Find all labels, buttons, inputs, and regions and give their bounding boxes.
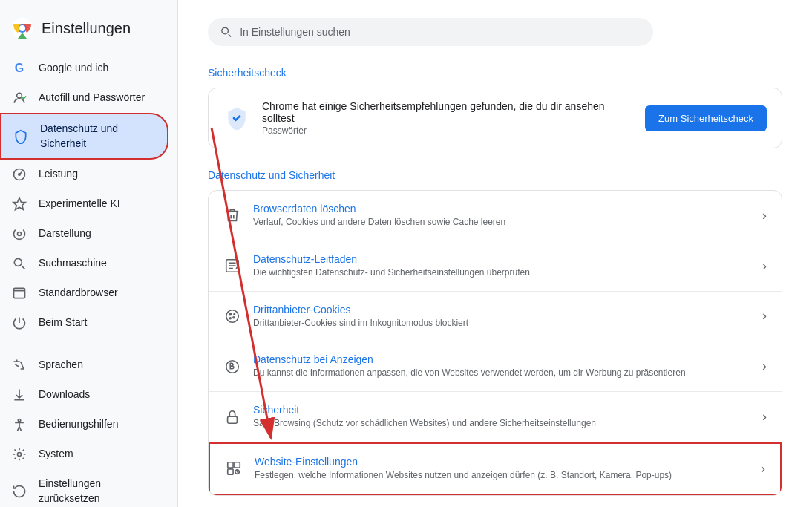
sidebar: Einstellungen G Google und ich Autofill … <box>0 0 178 507</box>
svg-marker-7 <box>13 198 26 210</box>
site-settings-icon <box>225 459 243 477</box>
chevron-right-icon-5: › <box>762 409 767 425</box>
ad-privacy-desc: Du kannst die Informationen anpassen, di… <box>253 367 750 379</box>
search-sidebar-icon <box>12 256 27 271</box>
paint-icon <box>12 226 27 241</box>
gauge-icon <box>12 167 27 182</box>
sidebar-item-autofill[interactable]: Autofill und Passwörter <box>0 83 168 113</box>
main-content: Sicherheitscheck Chrome hat einige Siche… <box>178 0 812 507</box>
svg-rect-28 <box>228 469 233 474</box>
svg-point-9 <box>14 259 22 266</box>
lock-icon <box>223 408 241 426</box>
shield-icon <box>13 129 28 144</box>
sidebar-item-performance[interactable]: Leistung <box>0 160 168 189</box>
sidebar-item-languages[interactable]: Sprachen <box>0 350 168 380</box>
privacy-guide-title: Datenschutz-Leitfaden <box>253 253 750 265</box>
settings-item-security[interactable]: Sicherheit Safe Browsing (Schutz vor sch… <box>209 392 782 442</box>
site-settings-desc: Festlegen, welche Informationen Websites… <box>255 469 749 482</box>
svg-rect-25 <box>228 416 238 423</box>
svg-point-19 <box>226 310 239 323</box>
safety-check-button[interactable]: Zum Sicherheitscheck <box>645 105 767 131</box>
clear-browsing-text: Browserdaten löschen Verlauf, Cookies un… <box>253 203 750 229</box>
chrome-logo-icon <box>12 18 33 39</box>
safety-card-subtitle: Passwörter <box>262 125 633 136</box>
system-icon <box>12 447 27 462</box>
svg-point-12 <box>18 453 22 457</box>
sidebar-item-system[interactable]: System <box>0 439 168 469</box>
download-icon <box>12 387 27 402</box>
sidebar-item-ai[interactable]: Experimentelle KI <box>0 189 168 219</box>
reset-icon <box>12 484 27 499</box>
browser-icon <box>12 286 27 301</box>
svg-point-17 <box>222 27 229 34</box>
settings-section: Browserdaten löschen Verlauf, Cookies un… <box>208 190 782 496</box>
svg-point-23 <box>234 314 235 315</box>
settings-item-cookies[interactable]: Drittanbieter-Cookies Drittanbieter-Cook… <box>209 292 782 342</box>
security-title: Sicherheit <box>253 404 750 416</box>
svg-point-22 <box>229 318 231 319</box>
settings-item-clear-browsing[interactable]: Browserdaten löschen Verlauf, Cookies un… <box>209 191 782 241</box>
chevron-right-icon-4: › <box>762 359 767 374</box>
settings-item-site-settings[interactable]: Website-Einstellungen Festlegen, welche … <box>209 442 782 495</box>
ad-privacy-title: Datenschutz bei Anzeigen <box>253 353 750 365</box>
svg-point-21 <box>233 317 235 318</box>
ad-privacy-icon <box>223 358 241 376</box>
sidebar-item-default-browser[interactable]: Standardbrowser <box>0 278 168 308</box>
sidebar-item-downloads[interactable]: Downloads <box>0 380 168 410</box>
privacy-section-title: Datenschutz und Sicherheit <box>208 169 782 181</box>
autofill-icon <box>12 91 27 105</box>
cookies-text: Drittanbieter-Cookies Drittanbieter-Cook… <box>253 304 750 330</box>
safety-shield-icon <box>223 105 250 131</box>
safety-card-text: Chrome hat einige Sicherheitsempfehlunge… <box>262 100 633 136</box>
clear-browsing-desc: Verlauf, Cookies und andere Daten lösche… <box>253 216 750 229</box>
settings-item-privacy-guide[interactable]: Datenschutz-Leitfaden Die wichtigsten Da… <box>209 241 782 292</box>
ad-privacy-text: Datenschutz bei Anzeigen Du kannst die I… <box>253 353 750 379</box>
sidebar-item-google[interactable]: G Google und ich <box>0 53 168 83</box>
sidebar-item-appearance[interactable]: Darstellung <box>0 219 168 249</box>
search-input[interactable] <box>240 26 641 38</box>
security-desc: Safe Browsing (Schutz vor schädlichen We… <box>253 417 750 430</box>
svg-point-24 <box>226 361 239 373</box>
sidebar-item-startup[interactable]: Beim Start <box>0 308 168 338</box>
site-settings-title: Website-Einstellungen <box>255 456 749 468</box>
security-text: Sicherheit Safe Browsing (Schutz vor sch… <box>253 404 750 430</box>
cookies-title: Drittanbieter-Cookies <box>253 304 750 315</box>
translate-icon <box>12 358 27 373</box>
svg-point-6 <box>19 174 21 176</box>
svg-rect-27 <box>235 462 240 468</box>
sidebar-item-reset[interactable]: Einstellungen zurücksetzen <box>0 469 168 507</box>
trash-icon <box>223 206 241 224</box>
chevron-right-icon-6: › <box>761 461 765 477</box>
cookies-desc: Drittanbieter-Cookies sind im Inkognitom… <box>253 317 750 330</box>
sidebar-item-accessibility[interactable]: Bedienungshilfen <box>0 410 168 439</box>
sidebar-item-privacy[interactable]: Datenschutz und Sicherheit <box>0 113 168 160</box>
main-wrapper: Sicherheitscheck Chrome hat einige Siche… <box>178 0 812 507</box>
search-icon <box>220 25 232 39</box>
svg-point-8 <box>18 232 22 236</box>
google-icon: G <box>12 61 27 76</box>
safety-check-section-title: Sicherheitscheck <box>208 67 782 79</box>
search-bar[interactable] <box>208 18 653 46</box>
chevron-right-icon-2: › <box>762 258 767 274</box>
star-icon <box>12 197 27 212</box>
svg-point-11 <box>18 419 20 422</box>
settings-item-ad-privacy[interactable]: Datenschutz bei Anzeigen Du kannst die I… <box>209 341 782 392</box>
safety-card-title: Chrome hat einige Sicherheitsempfehlunge… <box>262 100 633 124</box>
accessibility-icon <box>12 417 27 432</box>
sidebar-divider <box>12 344 166 344</box>
svg-point-4 <box>17 93 22 98</box>
cookie-icon <box>223 307 241 325</box>
privacy-guide-icon <box>223 257 241 275</box>
site-settings-text: Website-Einstellungen Festlegen, welche … <box>255 456 749 482</box>
clear-browsing-title: Browserdaten löschen <box>253 203 750 215</box>
chevron-right-icon: › <box>762 208 767 223</box>
sidebar-title: Einstellungen <box>42 20 131 37</box>
privacy-guide-text: Datenschutz-Leitfaden Die wichtigsten Da… <box>253 253 750 279</box>
svg-rect-10 <box>14 289 25 298</box>
svg-point-20 <box>229 313 232 315</box>
svg-point-3 <box>19 25 25 31</box>
safety-check-card: Chrome hat einige Sicherheitsempfehlunge… <box>208 88 782 148</box>
sidebar-item-search[interactable]: Suchmaschine <box>0 249 168 278</box>
privacy-guide-desc: Die wichtigsten Datenschutz- und Sicherh… <box>253 266 750 279</box>
chevron-right-icon-3: › <box>762 308 767 324</box>
